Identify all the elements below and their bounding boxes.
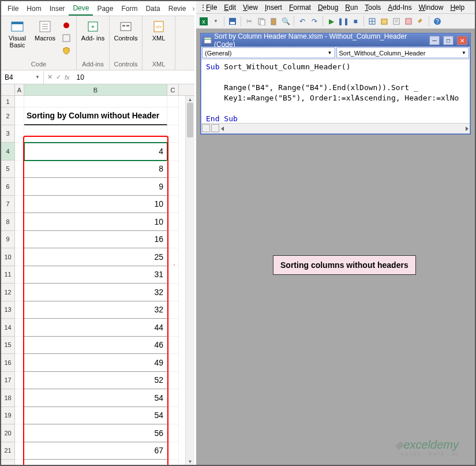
row-header[interactable]: 11 <box>1 266 15 284</box>
cell[interactable] <box>167 337 179 355</box>
code-window-title-bar[interactable]: Sort by Column Header Name.xlsm - Withou… <box>201 34 470 47</box>
row-header[interactable]: 8 <box>1 213 15 231</box>
menu-run[interactable]: Run <box>342 2 361 13</box>
cell[interactable] <box>15 354 24 372</box>
cell[interactable] <box>15 196 24 214</box>
cell[interactable] <box>167 319 179 337</box>
menu-format[interactable]: Format <box>286 2 314 13</box>
cell[interactable] <box>15 372 24 390</box>
macro-security-button[interactable] <box>60 45 73 57</box>
cell[interactable] <box>167 442 179 460</box>
data-cell[interactable]: 16 <box>24 231 167 249</box>
cell[interactable] <box>167 372 179 390</box>
data-cell[interactable]: 76 <box>24 460 167 465</box>
xml-button[interactable]: </> XML <box>146 18 171 61</box>
row-header[interactable]: 6 <box>1 178 15 196</box>
save-icon[interactable] <box>227 16 238 27</box>
paste-icon[interactable] <box>268 16 279 27</box>
vertical-scrollbar[interactable]: ▲ ▼ <box>185 96 194 465</box>
data-cell[interactable]: 8 <box>24 161 167 178</box>
minimize-button[interactable]: ─ <box>429 36 440 45</box>
data-cell[interactable]: 4 <box>24 143 167 161</box>
cell[interactable] <box>15 231 24 249</box>
data-cell[interactable]: 10 <box>24 196 167 214</box>
data-cell[interactable]: 49 <box>24 354 167 372</box>
relative-ref-button[interactable] <box>60 32 73 44</box>
col-header-a[interactable]: A <box>15 84 24 95</box>
cell[interactable] <box>15 442 24 460</box>
ribbon-tab-deve[interactable]: Deve <box>69 2 93 16</box>
cell[interactable] <box>15 96 24 107</box>
fullmodule-view-button[interactable] <box>211 124 219 132</box>
cell[interactable] <box>167 196 179 214</box>
scroll-down-icon[interactable]: ▼ <box>186 458 194 465</box>
cell[interactable] <box>167 107 179 125</box>
ribbon-tab-file[interactable]: File <box>3 2 23 15</box>
ribbon-tab-form[interactable]: Form <box>117 2 141 15</box>
scroll-thumb[interactable] <box>187 103 193 137</box>
data-cell[interactable]: 52 <box>24 372 167 390</box>
cell[interactable] <box>167 407 179 425</box>
cell[interactable] <box>167 125 179 143</box>
cell[interactable] <box>15 424 24 442</box>
row-header[interactable]: 15 <box>1 337 15 355</box>
row-header[interactable]: 22 <box>1 460 15 465</box>
ribbon-tab-hom[interactable]: Hom <box>23 2 45 15</box>
cell[interactable] <box>15 125 24 143</box>
cell[interactable] <box>15 107 24 125</box>
data-cell[interactable]: 67 <box>24 442 167 460</box>
menu-edit[interactable]: Edit <box>221 2 239 13</box>
close-button[interactable]: ✕ <box>457 36 467 45</box>
cell[interactable] <box>167 284 179 301</box>
toolbox-icon[interactable] <box>415 16 426 27</box>
cell[interactable] <box>15 284 24 301</box>
cell[interactable] <box>167 424 179 442</box>
cell[interactable] <box>15 407 24 425</box>
horizontal-scrollbar[interactable] <box>220 124 470 133</box>
cell[interactable] <box>167 266 179 284</box>
col-header-b[interactable]: B <box>24 84 167 95</box>
menu-debug[interactable]: Debug <box>315 2 341 13</box>
row-header[interactable]: 13 <box>1 301 15 319</box>
code-editor[interactable]: Sub Sort_Without_Column_Header() Range("… <box>201 59 470 122</box>
data-cell[interactable]: 44 <box>24 319 167 337</box>
data-cell[interactable] <box>24 125 167 143</box>
reset-icon[interactable]: ■ <box>350 16 361 27</box>
enter-icon[interactable]: ✓ <box>56 73 61 81</box>
title-cell[interactable]: Sorting by Column without Header <box>24 107 167 125</box>
procedure-dropdown[interactable]: Sort_Without_Column_Header▼ <box>336 47 470 58</box>
row-header[interactable]: 20 <box>1 424 15 442</box>
row-header[interactable]: 1 <box>1 96 15 107</box>
help-icon[interactable]: ? <box>432 16 443 27</box>
cell[interactable] <box>167 143 179 161</box>
row-header[interactable]: 18 <box>1 389 15 407</box>
data-cell[interactable]: 32 <box>24 301 167 319</box>
data-cell[interactable]: 54 <box>24 407 167 425</box>
menu-tools[interactable]: Tools <box>362 2 384 13</box>
menu-window[interactable]: Window <box>416 2 447 13</box>
addins-button[interactable]: + Add- ins <box>80 18 106 61</box>
properties-icon[interactable] <box>391 16 402 27</box>
ribbon-tab-page[interactable]: Page <box>93 2 117 15</box>
project-icon[interactable] <box>379 16 389 27</box>
visual-basic-button[interactable]: Visual Basic <box>5 18 30 61</box>
row-header[interactable]: 19 <box>1 407 15 425</box>
copy-icon[interactable] <box>256 16 267 27</box>
row-header[interactable]: 2 <box>1 107 15 125</box>
scroll-up-icon[interactable]: ▲ <box>186 96 194 103</box>
cell[interactable] <box>15 213 24 231</box>
find-icon[interactable]: 🔍 <box>280 16 291 27</box>
cell[interactable] <box>15 460 24 465</box>
row-header[interactable]: 7 <box>1 196 15 214</box>
design-icon[interactable] <box>367 16 377 27</box>
data-cell[interactable]: 46 <box>24 337 167 355</box>
menu-file[interactable]: File <box>203 2 220 13</box>
data-cell[interactable]: 32 <box>24 284 167 301</box>
row-header[interactable]: 3 <box>1 125 15 143</box>
ribbon-tab-inser[interactable]: Inser <box>46 2 69 15</box>
worksheet-grid[interactable]: A B C 12Sorting by Column without Header… <box>1 84 194 465</box>
row-header[interactable]: 5 <box>1 161 15 178</box>
ribbon-tab-revie[interactable]: Revie <box>164 2 190 15</box>
excel-icon[interactable]: X <box>198 16 209 27</box>
row-header[interactable]: 16 <box>1 354 15 372</box>
